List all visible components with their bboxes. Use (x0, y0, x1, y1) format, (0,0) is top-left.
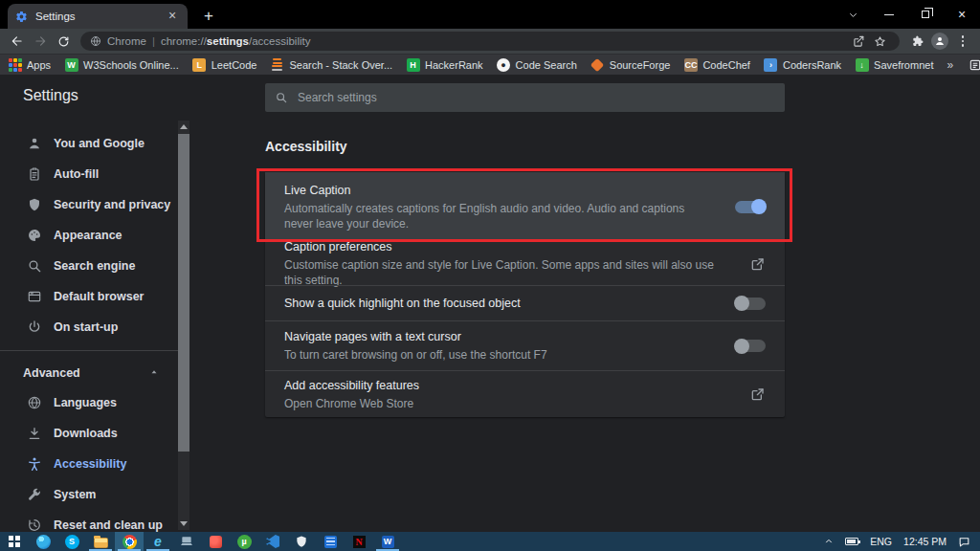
sidebar-item-default-browser[interactable]: Default browser (0, 281, 178, 312)
ie-icon: e (154, 535, 162, 548)
bookmark-item-sourceforge[interactable]: SourceForge (590, 56, 671, 74)
taskbar-app-file-explorer[interactable] (86, 532, 115, 551)
taskbar-app-internet-explorer[interactable]: e (144, 532, 172, 551)
taskbar-app-edge[interactable] (29, 532, 57, 551)
bookmark-item-hackerrank[interactable]: HHackerRank (406, 56, 483, 74)
url-product: Chrome (107, 35, 146, 47)
taskbar-app-vscode[interactable] (258, 532, 287, 551)
forward-arrow-icon[interactable] (29, 31, 52, 52)
scrollbar-down-arrow-icon[interactable] (178, 518, 189, 530)
sidebar-item-downloads[interactable]: Downloads (0, 418, 178, 449)
bookmark-label: Code Search (516, 59, 577, 71)
add-accessibility-features-external-link-icon[interactable] (750, 386, 766, 402)
new-tab-button[interactable]: + (197, 6, 220, 27)
taskbar-app-chrome[interactable] (115, 532, 144, 551)
bookmark-item-leetcode[interactable]: LLeetCode (192, 56, 257, 74)
setting-row-caret-browsing[interactable]: Navigate pages with a text cursorTo turn… (265, 320, 785, 370)
bookmark-item-codersrank[interactable]: ›CodersRank (764, 56, 841, 74)
bookmark-item-apps[interactable]: Apps (8, 56, 51, 74)
site-info-globe-icon[interactable] (90, 35, 101, 47)
advanced-label: Advanced (23, 366, 80, 380)
tab-close-icon[interactable]: × (165, 9, 180, 24)
extensions-puzzle-icon[interactable] (905, 30, 928, 53)
setting-row-caption-preferences[interactable]: Caption preferencesCustomise caption siz… (265, 241, 785, 285)
bookmark-star-icon[interactable] (869, 35, 890, 48)
bookmark-item-codechef[interactable]: CCCodeChef (683, 56, 750, 74)
sidebar-item-auto-fill[interactable]: Auto-fill (0, 159, 178, 189)
sidebar-item-appearance[interactable]: Appearance (0, 220, 178, 251)
codechef-icon: CC (683, 57, 698, 72)
url-text: Chrome|chrome://settings/accessibility (107, 35, 311, 47)
red-app-icon (210, 536, 222, 548)
profile-avatar-icon[interactable] (928, 30, 951, 53)
kebab-menu-icon[interactable] (951, 30, 974, 53)
restore-button[interactable] (907, 0, 944, 29)
caret-up-icon (149, 366, 159, 380)
bookmark-label: W3Schools Online... (83, 59, 179, 71)
taskbar-clock[interactable]: 12:45 PM (898, 532, 952, 551)
sidebar-item-on-start-up[interactable]: On start-up (0, 312, 178, 342)
taskbar-app-notes-app[interactable] (316, 532, 345, 551)
action-center-icon[interactable] (952, 532, 976, 551)
person-icon (27, 136, 42, 151)
setting-subtitle: To turn caret browsing on or off, use th… (284, 347, 716, 363)
search-icon (27, 258, 42, 274)
bookmark-item-stackoverflow[interactable]: Search - Stack Over... (270, 56, 392, 74)
taskbar-app-utorrent[interactable]: µ (230, 532, 258, 551)
sidebar-item-system[interactable]: System (0, 479, 178, 510)
taskbar-app-laptop-app[interactable] (172, 532, 201, 551)
setting-subtitle: Customise caption size and style for Liv… (284, 257, 716, 288)
settings-gear-icon (15, 11, 28, 23)
reload-icon[interactable] (52, 31, 75, 52)
taskbar-app-windows-security[interactable] (287, 532, 316, 551)
codersrank-icon: › (764, 57, 778, 72)
sidebar-item-languages[interactable]: Languages (0, 387, 178, 418)
setting-row-focus-highlight[interactable]: Show a quick highlight on the focused ob… (265, 285, 785, 320)
scrollbar-up-arrow-icon[interactable] (178, 121, 189, 133)
bookmark-item-savefromnet[interactable]: ↓Savefromnet (855, 56, 933, 74)
close-button[interactable]: × (944, 0, 980, 29)
system-tray: ENG 12:45 PM (818, 532, 980, 551)
caret-browsing-toggle[interactable] (735, 340, 766, 352)
taskbar-app-red-app[interactable] (201, 532, 230, 551)
bookmarks-bar: AppsWW3Schools Online...LLeetCodeSearch … (0, 54, 980, 75)
sidebar-scrollbar[interactable] (178, 121, 189, 530)
caption-preferences-external-link-icon[interactable] (750, 256, 766, 272)
live-caption-toggle[interactable] (735, 201, 766, 213)
browser-tab[interactable]: Settings × (8, 4, 188, 29)
setting-row-add-accessibility-features[interactable]: Add accessibility featuresOpen Chrome We… (265, 370, 785, 417)
settings-search-box[interactable] (265, 83, 785, 112)
taskbar-app-netflix[interactable]: N (345, 532, 373, 551)
reading-list-button[interactable]: Reading list (969, 56, 980, 74)
taskbar-app-skype[interactable]: S (57, 532, 86, 551)
tray-chevron-up-icon[interactable] (818, 532, 839, 551)
sidebar-item-label: Languages (54, 396, 117, 409)
sidebar-item-accessibility[interactable]: Accessibility (0, 449, 178, 479)
bookmarks-overflow-chevron-icon[interactable]: » (947, 58, 953, 72)
sidebar-advanced-toggle[interactable]: Advanced (0, 359, 178, 387)
taskbar-app-word[interactable]: W (373, 532, 402, 551)
bookmark-item-w3schools[interactable]: WW3Schools Online... (64, 56, 179, 74)
start-button[interactable] (0, 532, 29, 551)
accessibility-icon (27, 456, 42, 472)
omnibox[interactable]: Chrome|chrome://settings/accessibility (80, 32, 900, 51)
settings-search-input[interactable] (298, 91, 748, 104)
language-indicator[interactable]: ENG (864, 532, 898, 551)
sidebar-item-security-and-privacy[interactable]: Security and privacy (0, 189, 178, 220)
sidebar-item-search-engine[interactable]: Search engine (0, 251, 178, 281)
tab-search-chevron-down-icon[interactable] (835, 0, 871, 29)
bookmark-label: CodersRank (783, 59, 841, 71)
settings-page: Settings You and GoogleAuto-fillSecurity… (0, 75, 980, 532)
share-icon[interactable] (848, 35, 869, 48)
setting-title: Show a quick highlight on the focused ob… (284, 296, 716, 311)
setting-row-live-caption[interactable]: Live CaptionAutomatically creates captio… (265, 172, 785, 241)
focus-highlight-toggle[interactable] (735, 298, 766, 310)
globe-icon (27, 395, 42, 410)
battery-icon[interactable] (839, 532, 864, 551)
sidebar-item-label: Appearance (54, 229, 122, 242)
bookmark-item-codesearch[interactable]: ●Code Search (497, 56, 577, 74)
scrollbar-thumb[interactable] (178, 134, 189, 452)
sidebar-item-you-and-google[interactable]: You and Google (0, 128, 178, 159)
back-arrow-icon[interactable] (6, 31, 29, 52)
minimize-button[interactable] (871, 0, 907, 29)
